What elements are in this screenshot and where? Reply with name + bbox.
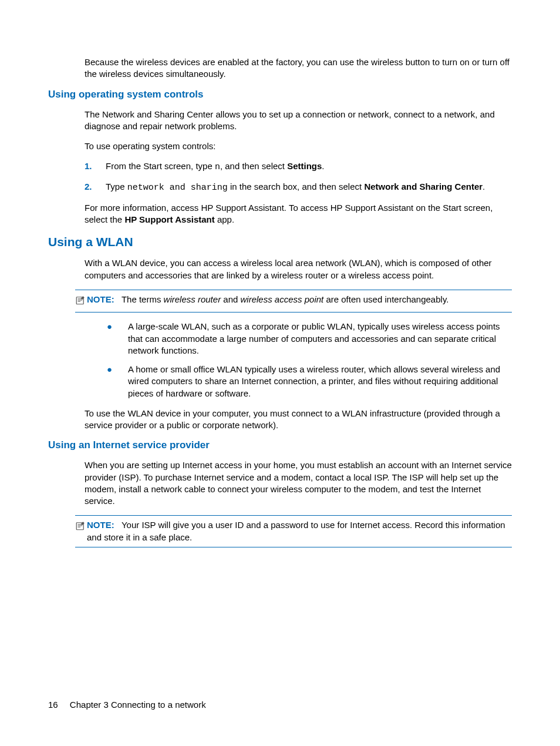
os-paragraph-3: For more information, access HP Support … bbox=[48, 202, 512, 226]
bullet-text: A home or small office WLAN typically us… bbox=[128, 364, 512, 399]
isp-paragraph-1: When you are setting up Internet access … bbox=[48, 459, 512, 507]
step-text: Type network and sharing in the search b… bbox=[106, 181, 512, 194]
step-item: 1. From the Start screen, type n, and th… bbox=[85, 160, 512, 173]
list-item: ● A home or small office WLAN typically … bbox=[107, 364, 512, 399]
note-icon bbox=[75, 294, 87, 309]
step-item: 2. Type network and sharing in the searc… bbox=[85, 181, 512, 194]
note-text: NOTE: The terms wireless router and wire… bbox=[87, 294, 512, 309]
page-content: Because the wireless devices are enabled… bbox=[48, 56, 512, 547]
heading-wlan: Using a WLAN bbox=[48, 235, 512, 249]
heading-isp: Using an Internet service provider bbox=[48, 439, 512, 451]
list-item: ● A large-scale WLAN, such as a corporat… bbox=[107, 321, 512, 357]
intro-paragraph: Because the wireless devices are enabled… bbox=[48, 56, 512, 80]
note-text: NOTE: Your ISP will give you a user ID a… bbox=[87, 519, 512, 543]
os-paragraph-2: To use operating system controls: bbox=[48, 140, 512, 152]
bullet-icon: ● bbox=[107, 321, 128, 357]
bullet-icon: ● bbox=[107, 364, 128, 399]
steps-list: 1. From the Start screen, type n, and th… bbox=[48, 160, 512, 194]
page-footer: 16 Chapter 3 Connecting to a network bbox=[48, 700, 206, 710]
wlan-paragraph-1: With a WLAN device, you can access a wir… bbox=[48, 257, 512, 281]
step-number: 2. bbox=[85, 181, 106, 194]
page-number: 16 bbox=[48, 700, 58, 710]
step-text: From the Start screen, type n, and then … bbox=[106, 160, 512, 173]
heading-os-controls: Using operating system controls bbox=[48, 89, 512, 100]
step-number: 1. bbox=[85, 160, 106, 173]
chapter-label: Chapter 3 Connecting to a network bbox=[70, 700, 206, 710]
note-icon bbox=[75, 519, 87, 543]
os-paragraph-1: The Network and Sharing Center allows yo… bbox=[48, 109, 512, 133]
bullet-text: A large-scale WLAN, such as a corporate … bbox=[128, 321, 512, 357]
note-block: NOTE: The terms wireless router and wire… bbox=[75, 290, 512, 313]
note-block: NOTE: Your ISP will give you a user ID a… bbox=[75, 515, 512, 547]
wlan-paragraph-2: To use the WLAN device in your computer,… bbox=[48, 408, 512, 432]
bullet-list: ● A large-scale WLAN, such as a corporat… bbox=[48, 321, 512, 399]
